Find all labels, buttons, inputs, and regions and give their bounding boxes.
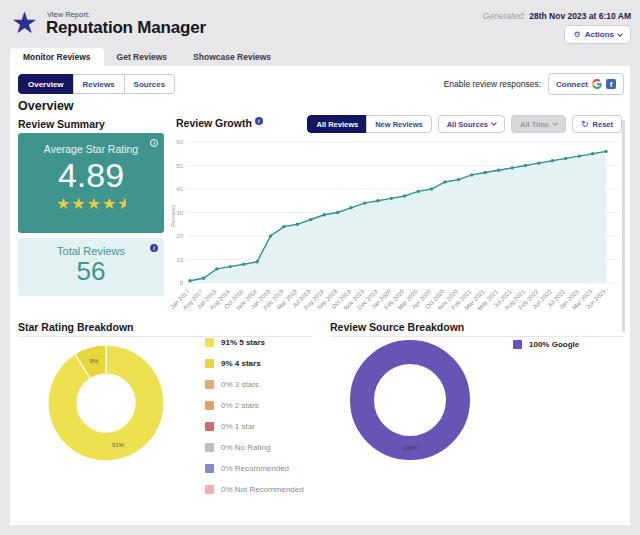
actions-button[interactable]: ⚙ Actions xyxy=(564,25,631,44)
reset-button[interactable]: ↻ Reset xyxy=(572,115,622,133)
legend-item[interactable]: 0% Not Recommended xyxy=(205,485,304,494)
legend-item[interactable]: 0% Recommended xyxy=(205,464,304,473)
chevron-down-icon xyxy=(617,31,623,37)
y-tick-label: 60 xyxy=(176,139,183,145)
star-rating-breakdown-title: Star Rating Breakdown xyxy=(18,321,134,333)
data-point xyxy=(363,201,366,204)
info-icon[interactable]: i xyxy=(150,139,158,147)
actions-button-label: Actions xyxy=(585,30,614,39)
section-divider xyxy=(18,336,312,337)
data-point xyxy=(349,206,352,209)
legend-item[interactable]: 0% 3 stars xyxy=(205,380,304,389)
info-icon[interactable]: i xyxy=(255,117,263,125)
donut-slice xyxy=(362,352,458,448)
average-star-rating-card: i Average Star Rating 4.89 ★★★★★ xyxy=(18,133,164,233)
half-star-icon: ★ xyxy=(117,195,126,213)
data-point xyxy=(390,197,393,200)
y-axis-label: Reviews xyxy=(170,205,176,228)
facebook-icon: f xyxy=(606,79,616,89)
data-point xyxy=(551,159,554,162)
review-source-breakdown-title: Review Source Breakdown xyxy=(330,321,464,333)
data-point xyxy=(430,187,433,190)
legend-label: 0% 2 stars xyxy=(221,401,259,410)
data-point xyxy=(524,164,527,167)
y-tick-label: 50 xyxy=(176,163,183,169)
star-icon: ★ xyxy=(87,195,102,213)
slice-percent-label: 91% xyxy=(112,442,125,448)
y-tick-label: 20 xyxy=(176,233,183,239)
data-point xyxy=(470,173,473,176)
subtab-reviews[interactable]: Reviews xyxy=(73,74,125,94)
page-title: Reputation Manager xyxy=(46,18,206,38)
slice-percent-label: 100% xyxy=(402,445,418,451)
chevron-down-icon xyxy=(552,120,558,126)
data-point xyxy=(564,157,567,160)
gear-icon: ⚙ xyxy=(573,30,580,39)
star-rating-icons: ★★★★★ xyxy=(18,195,164,213)
review-growth-chart: 0102030405060ReviewsJan 2017Aug 2017Jan … xyxy=(170,138,622,314)
review-responses-row: Enable review responses: Connect f xyxy=(444,73,624,95)
legend-item[interactable]: 0% No Rating xyxy=(205,443,304,452)
slice-percent-label: 9% xyxy=(90,358,99,364)
legend-label: 91% 5 stars xyxy=(221,338,265,347)
content-panel: Overview Reviews Sources Enable review r… xyxy=(10,66,630,525)
all-sources-dropdown[interactable]: All Sources xyxy=(438,115,505,133)
data-point xyxy=(578,154,581,157)
legend-label: 0% Not Recommended xyxy=(221,485,304,494)
data-point xyxy=(591,152,594,155)
legend-item[interactable]: 91% 5 stars xyxy=(205,338,304,347)
reputation-manager-page: ★ View Report: Reputation Manager Genera… xyxy=(0,0,640,535)
data-point xyxy=(255,260,258,263)
review-summary-title: Review Summary xyxy=(18,118,105,130)
tab-monitor-reviews[interactable]: Monitor Reviews xyxy=(10,48,104,66)
data-point xyxy=(309,218,312,221)
average-star-rating-label: Average Star Rating xyxy=(18,143,164,155)
legend-label: 0% No Rating xyxy=(221,443,270,452)
tab-get-reviews[interactable]: Get Reviews xyxy=(104,48,181,66)
sub-tab-group: Overview Reviews Sources xyxy=(18,74,175,94)
tab-showcase-reviews[interactable]: Showcase Reviews xyxy=(180,48,284,66)
subtab-overview[interactable]: Overview xyxy=(18,74,74,94)
data-point xyxy=(336,211,339,214)
review-source-legend: 100% Google xyxy=(513,340,579,361)
legend-item[interactable]: 100% Google xyxy=(513,340,579,349)
legend-item[interactable]: 9% 4 stars xyxy=(205,359,304,368)
data-point xyxy=(457,178,460,181)
data-point xyxy=(282,225,285,228)
average-star-rating-value: 4.89 xyxy=(18,155,164,195)
all-time-dropdown[interactable]: All Time xyxy=(511,115,566,133)
data-point xyxy=(484,171,487,174)
brand-star-logo: ★ xyxy=(11,6,38,40)
all-time-label: All Time xyxy=(520,120,549,129)
star-icon: ★ xyxy=(102,195,117,213)
main-tab-bar: Monitor Reviews Get Reviews Showcase Rev… xyxy=(10,48,284,66)
legend-swatch xyxy=(205,380,214,389)
legend-item[interactable]: 0% 2 stars xyxy=(205,401,304,410)
data-point xyxy=(202,277,205,280)
total-reviews-value: 56 xyxy=(18,257,164,285)
generated-timestamp: Generated: 28th Nov 2023 at 6:10 AM xyxy=(483,11,631,21)
scrollbar[interactable] xyxy=(622,120,625,332)
info-icon[interactable]: i xyxy=(150,244,158,252)
y-tick-label: 30 xyxy=(176,210,183,216)
legend-swatch xyxy=(205,422,214,431)
legend-label: 0% Recommended xyxy=(221,464,289,473)
legend-swatch xyxy=(205,485,214,494)
data-point xyxy=(443,180,446,183)
data-point xyxy=(269,234,272,237)
legend-item[interactable]: 0% 1 star xyxy=(205,422,304,431)
star-rating-legend: 91% 5 stars9% 4 stars0% 3 stars0% 2 star… xyxy=(205,338,304,506)
all-reviews-toggle[interactable]: All Reviews xyxy=(307,115,367,133)
review-growth-title: Review Growth i xyxy=(176,117,263,129)
new-reviews-toggle[interactable]: New Reviews xyxy=(366,115,432,133)
review-growth-filters: All Reviews New Reviews All Sources All … xyxy=(307,115,622,133)
subtab-sources[interactable]: Sources xyxy=(124,74,176,94)
legend-label: 0% 3 stars xyxy=(221,380,259,389)
connect-button[interactable]: Connect f xyxy=(548,73,624,95)
y-tick-label: 10 xyxy=(176,257,183,263)
generated-value: 28th Nov 2023 at 6:10 AM xyxy=(529,11,631,21)
data-point xyxy=(604,150,607,153)
legend-label: 100% Google xyxy=(529,340,579,349)
chevron-down-icon xyxy=(491,120,497,126)
legend-swatch xyxy=(205,443,214,452)
